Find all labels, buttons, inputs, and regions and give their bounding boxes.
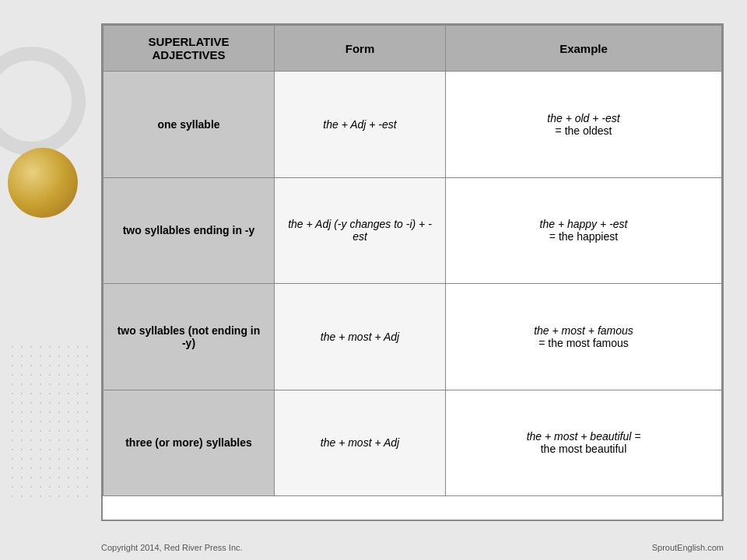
superlative-table: SUPERLATIVE ADJECTIVES Form Example one … [103,25,722,496]
row4-type: three (or more) syllables [103,390,275,496]
row3-form: the + most + Adj [275,284,446,390]
decorative-circle-outline [0,47,86,156]
row2-example-italic: the + happy + -est [540,218,628,230]
row4-example-italic: the + most + beautiful = [527,430,641,443]
row2-example-normal: = the happiest [549,230,618,243]
footer-copyright: Copyright 2014, Red River Press Inc. [101,543,243,552]
row3-example-normal: = the most famous [538,337,629,349]
header-example: Example [446,26,722,72]
row3-example: the + most + famous = the most famous [446,284,722,390]
row4-form: the + most + Adj [275,390,446,496]
footer-website: SproutEnglish.com [652,543,724,552]
row2-form: the + Adj (-y changes to -i) + -est [275,177,446,284]
header-form: Form [275,26,446,72]
row1-example: the + old + -est = the oldest [446,72,722,178]
row1-type: one syllable [103,72,275,178]
row1-example-normal: = the oldest [556,124,612,137]
decorative-dots [8,342,93,498]
table-row: one syllable the + Adj + -est the + old … [103,72,722,178]
main-content: SUPERLATIVE ADJECTIVES Form Example one … [101,23,724,521]
decorative-circle-gold [8,148,78,218]
row1-form: the + Adj + -est [275,72,446,178]
row3-example-italic: the + most + famous [534,324,633,337]
table-row: two syllables (not ending in -y) the + m… [103,284,722,390]
row4-example: the + most + beautiful = the most beauti… [446,390,722,496]
row4-example-normal: the most beautiful [541,443,627,455]
footer: Copyright 2014, Red River Press Inc. Spr… [101,543,724,552]
row3-type: two syllables (not ending in -y) [103,284,275,390]
table-row: two syllables ending in -y the + Adj (-y… [103,177,722,284]
row2-example: the + happy + -est = the happiest [446,177,722,284]
table-header-row: SUPERLATIVE ADJECTIVES Form Example [103,26,722,72]
row2-type: two syllables ending in -y [103,177,275,284]
table-row: three (or more) syllables the + most + A… [103,390,722,496]
header-adjectives: SUPERLATIVE ADJECTIVES [103,26,275,72]
row1-example-italic: the + old + -est [547,112,619,124]
